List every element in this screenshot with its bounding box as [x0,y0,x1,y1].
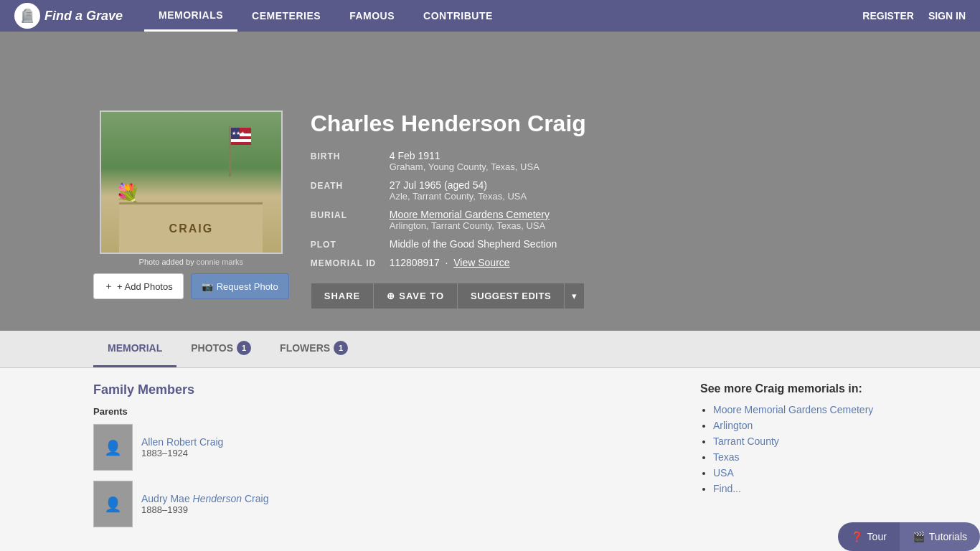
burial-label: BURIAL [311,209,390,220]
cemetery-link[interactable]: Moore Memorial Gardens Cemetery [390,209,550,220]
list-item: Moore Memorial Gardens Cemetery [713,404,887,415]
navigation: 🪦 Find a Grave MEMORIALS CEMETERIES FAMO… [0,0,980,32]
death-row: DEATH 27 Jul 1965 (aged 54) Azle, Tarran… [311,179,887,202]
dropdown-button[interactable]: ▾ [565,283,585,309]
member-name-link[interactable]: Allen Robert Craig [141,436,223,448]
person-icon: 👤 [104,439,122,456]
memorial-id-value: 112808917 · View Source [390,257,510,268]
birth-row: BIRTH 4 Feb 1911 Graham, Young County, T… [311,150,887,172]
sidebar-title: See more Craig memorials in: [700,382,887,395]
family-section: Family Members Parents 👤 Allen Robert Cr… [93,382,672,551]
svg-rect-5 [231,142,251,145]
site-logo[interactable]: 🪦 Find a Grave [14,3,123,29]
memorial-id-row: MEMORIAL ID 112808917 · View Source [311,257,887,268]
member-years: 1888–1939 [141,504,268,515]
logo-text: Find a Grave [44,9,123,24]
photo-credit-link[interactable]: connie marks [197,258,243,266]
svg-rect-0 [229,126,231,176]
sidebar-link[interactable]: USA [713,467,734,479]
list-item: Texas [713,451,887,463]
tab-photos[interactable]: PHOTOS 1 [176,331,265,367]
list-item: Arlington [713,420,887,431]
nav-cemeteries[interactable]: CEMETERIES [237,0,335,32]
tour-button[interactable]: ❓ Tour [838,522,900,551]
burial-row: BURIAL Moore Memorial Gardens Cemetery A… [311,209,887,231]
member-info: Audry Mae Henderson Craig 1888–1939 [141,493,268,515]
main-content: 💐 ★★★ CRAIG Photo added by connie marks … [0,110,980,331]
burial-value: Moore Memorial Gardens Cemetery Arlingto… [390,209,550,231]
sidebar-list: Moore Memorial Gardens Cemetery Arlingto… [700,404,887,494]
svg-rect-4 [231,139,251,142]
hero-background [0,32,980,110]
nav-auth-links: REGISTER SIGN IN [862,10,966,22]
flowers-badge: 1 [334,341,348,355]
add-photos-button[interactable]: ＋ + Add Photos [93,273,184,299]
memorial-id-label: MEMORIAL ID [311,257,390,268]
photo-buttons: ＋ + Add Photos 📷 Request Photo [93,273,289,299]
birth-label: BIRTH [311,150,390,161]
sidebar-link[interactable]: Find... [713,483,741,494]
logo-icon: 🪦 [14,3,40,29]
tab-flowers[interactable]: FLOWERS 1 [265,331,362,367]
tutorials-button[interactable]: 🎬 Tutorials [900,522,980,551]
share-button[interactable]: SHARE [311,283,374,309]
person-name: Charles Henderson Craig [311,110,887,137]
sidebar-link[interactable]: Tarrant County [713,435,779,447]
plus-icon: ＋ [104,280,113,293]
question-circle-icon: ❓ [851,531,863,542]
parents-label: Parents [93,406,672,417]
info-table: BIRTH 4 Feb 1911 Graham, Young County, T… [311,150,887,268]
info-section: Charles Henderson Craig BIRTH 4 Feb 1911… [311,110,887,309]
camera-icon: 📷 [202,281,213,292]
nav-memorials[interactable]: MEMORIALS [144,0,237,32]
photo-credit: Photo added by connie marks [139,258,244,266]
save-to-button[interactable]: ⊕ SAVE TO [374,283,458,309]
lower-content: Family Members Parents 👤 Allen Robert Cr… [0,368,980,551]
member-photo: 👤 [93,481,133,527]
suggest-edits-button[interactable]: SUGGEST EDITS [458,283,565,309]
tab-memorial[interactable]: MEMORIAL [93,331,176,367]
sidebar-link[interactable]: Arlington [713,420,753,431]
sidebar-link[interactable]: Texas [713,451,740,463]
member-info: Allen Robert Craig 1883–1924 [141,436,223,458]
tour-tutorials-bar: ❓ Tour 🎬 Tutorials [838,522,980,551]
svg-text:★★★: ★★★ [232,131,245,136]
nav-links: MEMORIALS CEMETERIES FAMOUS CONTRIBUTE [144,0,862,32]
view-source-link[interactable]: View Source [453,257,509,268]
flag-icon: ★★★ [227,126,253,176]
request-photo-button[interactable]: 📷 Request Photo [191,273,289,299]
member-years: 1883–1924 [141,448,223,458]
action-buttons: SHARE ⊕ SAVE TO SUGGEST EDITS ▾ [311,283,887,309]
death-label: DEATH [311,179,390,191]
video-icon: 🎬 [913,531,925,542]
sidebar-link[interactable]: Moore Memorial Gardens Cemetery [713,404,873,415]
list-item: Tarrant County [713,435,887,447]
nav-contribute[interactable]: CONTRIBUTE [409,0,507,32]
photo-section: 💐 ★★★ CRAIG Photo added by connie marks … [93,110,289,299]
plot-row: PLOT Middle of the Good Shepherd Section [311,238,887,250]
chevron-down-icon: ▾ [572,291,577,301]
tabs-section: MEMORIAL PHOTOS 1 FLOWERS 1 [0,331,980,368]
sign-in-link[interactable]: SIGN IN [928,10,966,22]
family-member: 👤 Allen Robert Craig 1883–1924 [93,424,672,471]
member-photo: 👤 [93,424,133,471]
grave-photo[interactable]: 💐 ★★★ CRAIG [100,110,283,254]
death-value: 27 Jul 1965 (aged 54) Azle, Tarrant Coun… [390,179,527,202]
list-item: Find... [713,483,887,494]
photos-badge: 1 [237,341,251,355]
plot-label: PLOT [311,238,390,250]
person-icon: 👤 [104,496,122,513]
register-link[interactable]: REGISTER [862,10,914,22]
family-member: 👤 Audry Mae Henderson Craig 1888–1939 [93,481,672,527]
birth-value: 4 Feb 1911 Graham, Young County, Texas, … [390,150,540,172]
plus-circle-icon: ⊕ [387,291,395,301]
grave-stone: CRAIG [119,202,263,253]
list-item: USA [713,467,887,479]
family-title: Family Members [93,382,672,397]
plot-value: Middle of the Good Shepherd Section [390,238,557,250]
member-name-link[interactable]: Audry Mae Henderson Craig [141,493,268,504]
nav-famous[interactable]: FAMOUS [335,0,409,32]
